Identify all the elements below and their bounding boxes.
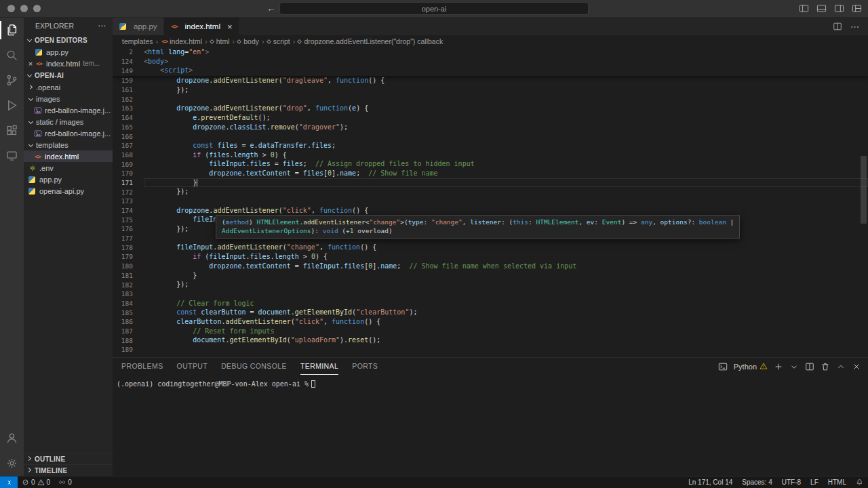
new-terminal-icon[interactable] <box>774 362 783 371</box>
problems-status[interactable]: 0 0 <box>18 476 54 488</box>
explorer-more-actions-icon[interactable]: ⋯ <box>98 21 106 30</box>
line-number[interactable]: 166 <box>113 133 144 140</box>
tree-folder-templates[interactable]: templates <box>24 139 113 150</box>
breadcrumb-item[interactable]: dropzone.addEventListener("drop") callba… <box>298 37 443 45</box>
line-number[interactable]: 177 <box>113 235 144 242</box>
terminal-dropdown-chevron-icon[interactable] <box>789 362 799 371</box>
line-number[interactable]: 164 <box>113 114 144 121</box>
line-number[interactable]: 149 <box>113 67 144 75</box>
line-number[interactable]: 184 <box>113 300 144 307</box>
line-number[interactable]: 188 <box>113 337 144 344</box>
line-number[interactable]: 167 <box>113 142 144 149</box>
notifications-bell-icon[interactable] <box>851 476 868 488</box>
navigate-back-icon[interactable]: ← <box>267 4 275 13</box>
line-number[interactable]: 2 <box>113 48 144 56</box>
tree-file-index.html[interactable]: <>index.html <box>24 150 113 162</box>
code-line[interactable]: 171 } <box>113 178 868 188</box>
line-number[interactable]: 187 <box>113 327 144 335</box>
open-editors-section-header[interactable]: OPEN EDITORS <box>24 34 113 46</box>
kill-terminal-trash-icon[interactable] <box>821 362 830 371</box>
code-line[interactable]: 124<body> <box>113 57 868 66</box>
remote-explorer-icon[interactable] <box>0 143 24 168</box>
editor-tab-app.py[interactable]: app.py <box>113 18 164 35</box>
panel-tab-debug-console[interactable]: DEBUG CONSOLE <box>221 358 287 375</box>
line-number[interactable]: 175 <box>113 216 144 224</box>
line-number[interactable]: 124 <box>113 58 144 65</box>
code-line[interactable]: 180 dropzone.textContent = fileInput.fil… <box>113 262 868 271</box>
outline-section-header[interactable]: OUTLINE <box>24 453 113 464</box>
panel-tab-output[interactable]: OUTPUT <box>177 358 208 375</box>
accounts-icon[interactable] <box>0 426 24 451</box>
explorer-icon[interactable] <box>0 18 24 43</box>
settings-gear-icon[interactable] <box>0 451 24 476</box>
code-line[interactable]: 167 const files = e.dataTransfer.files; <box>113 141 868 150</box>
command-center-search[interactable]: open-ai <box>279 2 589 15</box>
line-number[interactable]: 162 <box>113 96 144 103</box>
close-tab-icon[interactable]: × <box>227 22 233 32</box>
tree-file-red-ballon-image.j...[interactable]: red-ballon-image.j... <box>24 104 113 116</box>
ports-status[interactable]: 0 <box>54 476 76 488</box>
zoom-window-icon[interactable] <box>33 5 41 12</box>
line-number[interactable]: 185 <box>113 309 144 317</box>
language-mode-status[interactable]: HTML <box>823 476 851 488</box>
code-line[interactable]: 183 <box>113 289 868 299</box>
line-number[interactable]: 159 <box>113 77 144 84</box>
code-line[interactable]: 164 e.preventDefault(); <box>113 113 868 123</box>
code-line[interactable]: 178 fileInput.addEventListener("change",… <box>113 243 868 252</box>
code-line[interactable]: 184 // Clear form logic <box>113 299 868 308</box>
code-line[interactable]: 159 dropzone.addEventListener("dragleave… <box>113 76 868 85</box>
code-line[interactable]: 149 <script> <box>113 66 868 75</box>
code-line[interactable]: 168 if (files.length > 0) { <box>113 150 868 160</box>
open-editor-item[interactable]: app.py <box>24 46 113 58</box>
close-window-icon[interactable] <box>7 5 15 12</box>
toggle-panel-icon[interactable] <box>816 3 827 14</box>
code-line[interactable]: 179 if (fileInput.files.length > 0) { <box>113 252 868 262</box>
panel-tab-terminal[interactable]: TERMINAL <box>300 358 338 375</box>
open-editor-item[interactable]: ×<>index.htmltem... <box>24 58 113 69</box>
code-line[interactable]: 166 <box>113 131 868 141</box>
tree-file-app.py[interactable]: app.py <box>24 174 113 185</box>
code-line[interactable]: 169 fileInput.files = files; // Assign d… <box>113 159 868 169</box>
tree-file-openai-api.py[interactable]: openai-api.py <box>24 185 113 197</box>
close-editor-icon[interactable]: × <box>26 60 35 68</box>
breadcrumb-item[interactable]: <>index.html <box>161 37 202 45</box>
breadcrumb-item[interactable]: html <box>210 37 230 45</box>
remote-indicator[interactable] <box>0 476 18 488</box>
panel-tab-ports[interactable]: PORTS <box>352 358 378 375</box>
line-number[interactable]: 163 <box>113 104 144 112</box>
breadcrumb-item[interactable]: script <box>267 37 290 45</box>
code-line[interactable]: 163 dropzone.addEventListener("drop", fu… <box>113 104 868 113</box>
timeline-section-header[interactable]: TIMELINE <box>24 464 113 476</box>
code-line[interactable]: 161 }); <box>113 85 868 95</box>
line-number[interactable]: 172 <box>113 188 144 196</box>
line-number[interactable]: 179 <box>113 253 144 260</box>
run-debug-icon[interactable] <box>0 93 24 118</box>
tree-file-red-ballon-image.j...[interactable]: red-ballon-image.j... <box>24 127 113 139</box>
code-line[interactable]: 186 clearButton.addEventListener("click"… <box>113 317 868 327</box>
split-editor-icon[interactable] <box>833 22 842 31</box>
code-line[interactable]: 173 <box>113 197 868 206</box>
close-panel-icon[interactable] <box>852 362 861 371</box>
extensions-icon[interactable] <box>0 118 24 143</box>
code-line[interactable]: 181 } <box>113 271 868 281</box>
search-icon[interactable] <box>0 43 24 68</box>
line-number[interactable]: 186 <box>113 318 144 325</box>
window-controls[interactable] <box>0 5 41 12</box>
line-number[interactable]: 169 <box>113 161 144 168</box>
tree-file-.env[interactable]: .env <box>24 162 113 174</box>
code-line[interactable]: 165 dropzone.classList.remove("dragover"… <box>113 123 868 132</box>
indentation-status[interactable]: Spaces: 4 <box>737 476 776 488</box>
line-number[interactable]: 189 <box>113 346 144 353</box>
customize-layout-icon[interactable] <box>852 3 862 14</box>
code-line[interactable]: 170 dropzone.textContent = files[0].name… <box>113 169 868 178</box>
code-line[interactable]: 2<html lang="en"> <box>113 47 868 57</box>
tree-folder-.openai[interactable]: .openai <box>24 81 113 93</box>
code-line[interactable]: 172 }); <box>113 187 868 197</box>
line-number[interactable]: 183 <box>113 290 144 298</box>
code-line[interactable]: 182 }); <box>113 280 868 289</box>
line-number[interactable]: 178 <box>113 244 144 251</box>
code-line[interactable]: 189 <box>113 345 868 354</box>
toggle-sidebar-icon[interactable] <box>799 3 809 14</box>
breadcrumb-item[interactable]: body <box>237 37 259 45</box>
tree-folder-images[interactable]: images <box>24 93 113 104</box>
